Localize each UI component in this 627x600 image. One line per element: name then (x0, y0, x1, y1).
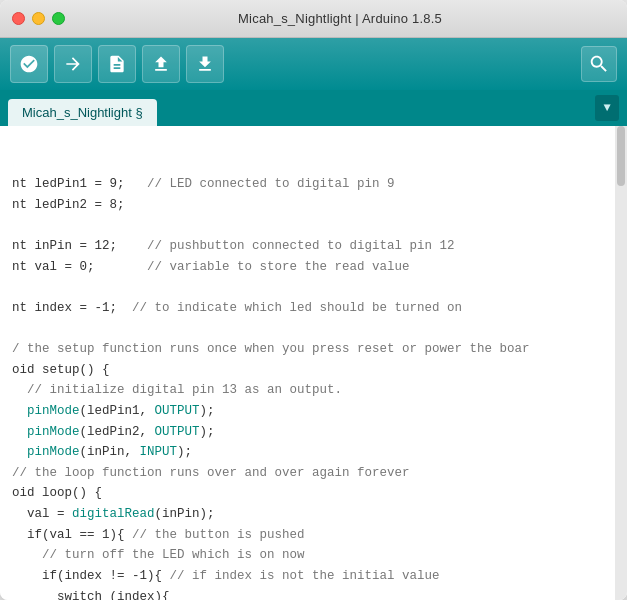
upload-button[interactable] (54, 45, 92, 83)
open-button[interactable] (142, 45, 180, 83)
title-bar: Micah_s_Nightlight | Arduino 1.8.5 (0, 0, 627, 38)
verify-button[interactable] (10, 45, 48, 83)
tab-label: Micah_s_Nightlight § (22, 105, 143, 120)
maximize-button[interactable] (52, 12, 65, 25)
active-tab[interactable]: Micah_s_Nightlight § (8, 99, 157, 126)
new-file-icon (107, 54, 127, 74)
open-icon (151, 54, 171, 74)
window-controls (12, 12, 65, 25)
save-button[interactable] (186, 45, 224, 83)
code-editor[interactable]: nt ledPin1 = 9; // LED connected to digi… (0, 126, 627, 600)
search-button[interactable] (581, 46, 617, 82)
close-button[interactable] (12, 12, 25, 25)
search-icon (588, 53, 610, 75)
minimize-button[interactable] (32, 12, 45, 25)
tab-dropdown-button[interactable]: ▼ (595, 95, 619, 121)
code-pre: nt ledPin1 = 9; // LED connected to digi… (12, 174, 615, 600)
window-title: Micah_s_Nightlight | Arduino 1.8.5 (65, 11, 615, 26)
code-content: nt ledPin1 = 9; // LED connected to digi… (0, 126, 627, 600)
upload-icon (63, 54, 83, 74)
new-button[interactable] (98, 45, 136, 83)
scrollbar-thumb[interactable] (617, 126, 625, 186)
chevron-down-icon: ▼ (603, 101, 610, 115)
app-window: Micah_s_Nightlight | Arduino 1.8.5 (0, 0, 627, 600)
toolbar (0, 38, 627, 90)
verify-icon (19, 54, 39, 74)
save-icon (195, 54, 215, 74)
tab-bar: Micah_s_Nightlight § ▼ (0, 90, 627, 126)
scrollbar[interactable] (615, 126, 627, 600)
